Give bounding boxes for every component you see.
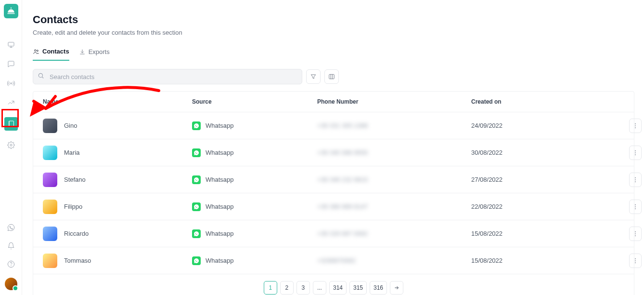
row-actions-button[interactable] [629,146,642,160]
contact-source: Whatsapp [206,203,234,210]
nav-chat[interactable] [6,59,16,69]
monitor-icon [7,41,15,49]
search-input[interactable] [33,69,302,84]
contact-source: Whatsapp [206,176,234,183]
table-row[interactable]: Gino Whatsapp +39 331 305 1388 24/09/202… [33,112,634,139]
user-avatar[interactable] [5,278,17,290]
app-logo[interactable] [4,4,18,18]
avatar [43,227,57,241]
svg-point-16 [635,177,636,178]
nav-whatsapp[interactable] [6,223,16,232]
contact-name: Stefano [64,176,86,183]
table-row[interactable]: Tommaso Whatsapp +3298970082 15/08/2022 [33,247,634,274]
contact-source: Whatsapp [206,122,234,129]
avatar [43,119,57,133]
nav-contacts[interactable] [4,117,18,131]
svg-rect-2 [9,121,13,127]
svg-point-6 [35,49,37,51]
row-actions-button[interactable] [629,119,642,133]
more-vertical-icon [632,230,639,237]
table-row[interactable]: Stefano Whatsapp +39 349 232 9815 27/08/… [33,166,634,193]
contact-name: Gino [64,122,77,129]
page-314[interactable]: 314 [329,281,347,295]
svg-rect-0 [8,42,14,46]
svg-point-12 [635,127,636,128]
nav-broadcast[interactable] [6,79,16,88]
svg-point-8 [39,73,42,77]
page-3[interactable]: 3 [296,281,310,295]
row-actions-button[interactable] [629,173,642,187]
svg-point-20 [635,206,636,207]
page-ellipsis[interactable]: ... [313,281,326,295]
nav-help[interactable] [6,259,16,269]
whatsapp-badge-icon [192,121,201,130]
contact-created: 15/08/2022 [471,230,611,237]
page-316[interactable]: 316 [370,281,387,295]
tab-contacts-label: Contacts [42,48,69,55]
nav-settings[interactable] [6,140,16,150]
col-created: Created on [471,98,611,105]
cloche-icon [7,7,15,15]
tab-contacts[interactable]: Contacts [33,48,69,61]
svg-point-10 [635,123,636,124]
table-row[interactable]: Filippo Whatsapp +39 388 989 8147 22/08/… [33,193,634,220]
svg-point-26 [635,260,636,261]
svg-point-14 [635,152,636,153]
table-row[interactable]: Riccardo Whatsapp +39 329 897 0082 15/08… [33,220,634,247]
sidebar-bottom [0,223,22,290]
contact-created: 30/08/2022 [471,149,611,156]
row-actions-button[interactable] [629,200,642,214]
nav-dashboard[interactable] [6,40,16,50]
bell-icon [7,242,15,250]
trend-icon [7,99,15,107]
contact-source: Whatsapp [206,257,234,264]
col-phone: Phone Number [317,98,471,105]
svg-rect-9 [329,74,335,79]
svg-point-19 [635,204,636,205]
svg-point-24 [635,235,636,236]
contact-phone: +39 329 897 0082 [317,230,471,237]
sidebar [0,0,22,295]
more-vertical-icon [632,176,639,183]
more-vertical-icon [632,203,639,210]
users-icon [33,48,39,55]
broadcast-icon [7,80,15,87]
page-title: Contacts [33,13,634,26]
sidebar-nav [4,40,18,150]
contact-phone: +39 388 989 8147 [317,203,471,210]
page-1[interactable]: 1 [264,281,277,295]
whatsapp-badge-icon [192,256,201,265]
contact-name: Riccardo [64,230,89,237]
whatsapp-icon [7,224,15,231]
whatsapp-badge-icon [192,202,201,211]
svg-point-3 [10,144,12,146]
avatar [43,200,57,214]
filter-icon [310,73,317,80]
page-next[interactable] [390,281,403,295]
avatar [43,173,57,187]
page-2[interactable]: 2 [280,281,294,295]
svg-point-15 [635,154,636,155]
contact-source: Whatsapp [206,149,234,156]
columns-button[interactable] [324,69,339,84]
svg-point-21 [635,208,636,209]
tab-exports-label: Exports [89,48,110,55]
main-content: Contacts Create, edit and delete your co… [22,0,644,295]
page-315[interactable]: 315 [349,281,367,295]
tab-exports[interactable]: Exports [79,48,110,61]
nav-analytics[interactable] [6,98,16,107]
search-icon [38,72,44,81]
nav-notifications[interactable] [6,241,16,251]
contact-name: Maria [64,149,80,156]
svg-point-5 [11,266,12,266]
columns-icon [328,73,335,80]
table-row[interactable]: Maria Whatsapp +39 345 586 9555 30/08/20… [33,139,634,166]
svg-point-7 [37,50,38,51]
contacts-table: Name Source Phone Number Created on Gino… [33,91,634,295]
more-vertical-icon [632,122,639,129]
arrow-right-icon [394,285,399,291]
filter-button[interactable] [306,69,321,84]
row-actions-button[interactable] [629,254,642,268]
gear-icon [7,141,15,149]
row-actions-button[interactable] [629,227,642,241]
